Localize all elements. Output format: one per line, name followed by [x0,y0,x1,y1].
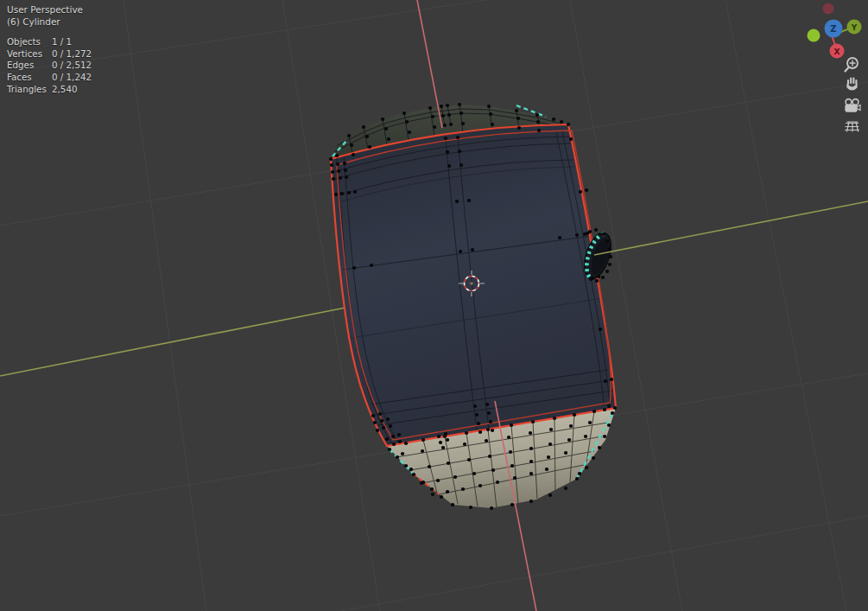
stat-value: 0 / 1,242 [52,71,92,83]
stat-label: Objects [7,35,45,48]
stat-label: Triangles [7,83,45,95]
mesh-main-face[interactable] [331,124,616,446]
projection-toggle-tool[interactable] [846,122,859,131]
stat-label: Faces [7,71,45,83]
viewport-info-overlay: User Perspective (6) Cylinder Objects 1 … [7,3,92,94]
gizmo-neg-x-ball[interactable] [823,3,834,15]
stat-row-edges: Edges 0 / 2,512 [7,59,92,71]
stat-row-triangles: Triangles 2,540 [7,83,92,95]
ortho-grid-icon [846,122,859,131]
gizmo-x-label: X [834,48,840,56]
stat-label: Vertices [7,48,45,60]
view-mode-label: User Perspective [7,3,92,16]
active-object-label: (6) Cylinder [7,16,92,28]
camera-body [846,105,857,112]
viewport-3d[interactable]: Z Y X User Perspective (6) Cylinder [0,0,868,611]
stat-value: 0 / 2,512 [52,59,92,71]
stat-label: Edges [7,59,45,71]
viewport-canvas[interactable]: Z Y X [0,0,868,611]
stat-row-faces: Faces 0 / 1,242 [7,71,92,83]
gizmo-y-label: Y [851,23,858,32]
stat-value: 0 / 1,272 [52,48,92,60]
cursor-center-dot [470,282,473,285]
scene-statistics: Objects 1 / 1 Vertices 0 / 1,272 Edges 0… [7,35,92,94]
stat-value: 1 / 1 [52,35,92,48]
stat-row-vertices: Vertices 0 / 1,272 [7,48,92,60]
stat-row-objects: Objects 1 / 1 [7,35,92,48]
gizmo-neg-y-ball[interactable] [808,29,820,42]
stat-value: 2,540 [52,83,92,95]
gizmo-z-label: Z [830,24,836,34]
